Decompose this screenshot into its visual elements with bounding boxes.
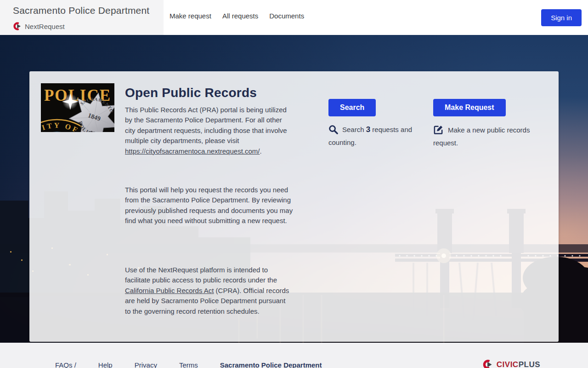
- nav-item-documents[interactable]: Documents: [269, 12, 304, 20]
- make-request-button[interactable]: Make Request: [433, 99, 506, 116]
- nextrequest-wordmark: NextRequest: [25, 23, 65, 30]
- make-request-caption-text: Make a new public records request.: [433, 126, 530, 147]
- platform-paragraph: Use of the NextRequest platform is inten…: [125, 265, 293, 316]
- make-request-caption: Make a new public records request.: [433, 124, 538, 148]
- page-title: Open Public Records: [125, 86, 257, 100]
- portal-url-link[interactable]: https://cityofsacramentoca.nextrequest.c…: [125, 147, 260, 155]
- civicplus-cp-icon: [482, 360, 493, 368]
- footer-link-agency[interactable]: Sacramento Police Department: [220, 361, 322, 368]
- search-column: Search Search 3 requests and counting.: [328, 99, 420, 148]
- cpra-link[interactable]: California Public Records Act: [125, 287, 214, 294]
- civicplus-logo[interactable]: CIVICPLUS: [482, 360, 540, 368]
- intro-text-after: .: [260, 147, 261, 155]
- civicplus-civic-text: CIVIC: [497, 360, 519, 368]
- portal-help-paragraph: This portal will help you request the re…: [125, 185, 293, 226]
- search-button[interactable]: Search: [328, 99, 376, 116]
- search-icon: [328, 125, 338, 137]
- request-count: 3: [366, 125, 370, 134]
- edit-icon: [433, 124, 444, 138]
- cp-icon: [13, 22, 22, 30]
- footer: FAQs / Help Privacy Terms Sacramento Pol…: [0, 343, 588, 368]
- platform-text-before: Use of the NextRequest platform is inten…: [125, 266, 277, 284]
- nav-item-make-request[interactable]: Make request: [170, 12, 211, 20]
- footer-link-help[interactable]: Help: [98, 361, 113, 368]
- search-caption-before: Search: [342, 126, 366, 133]
- police-badge-image: POLICE CITY OF SACRAMENTO: [41, 83, 114, 132]
- header: Sacramento Police Department NextRequest…: [0, 0, 588, 35]
- brand-block: Sacramento Police Department NextRequest: [0, 0, 164, 35]
- search-caption-after: requests and counting.: [328, 126, 412, 146]
- footer-link-faqs[interactable]: FAQs /: [55, 361, 76, 368]
- search-caption: Search 3 requests and counting.: [328, 124, 420, 148]
- agency-title: Sacramento Police Department: [13, 5, 149, 16]
- civicplus-plus-text: PLUS: [519, 360, 540, 368]
- nextrequest-logo: NextRequest: [13, 22, 65, 30]
- header-nav: Make request All requests Documents: [170, 12, 304, 20]
- sign-in-button[interactable]: Sign in: [541, 9, 582, 26]
- intro-paragraph: This Public Records Act (PRA) portal is …: [125, 105, 293, 156]
- nav-item-all-requests[interactable]: All requests: [222, 12, 258, 20]
- footer-links: FAQs / Help Privacy Terms Sacramento Pol…: [55, 361, 322, 368]
- hero-card: POLICE CITY OF SACRAMENTO: [29, 71, 559, 342]
- footer-link-privacy[interactable]: Privacy: [135, 361, 157, 368]
- make-request-column: Make Request Make a new public records r…: [433, 99, 538, 148]
- footer-link-terms[interactable]: Terms: [179, 361, 198, 368]
- intro-text-before: This Public Records Act (PRA) portal is …: [125, 106, 287, 144]
